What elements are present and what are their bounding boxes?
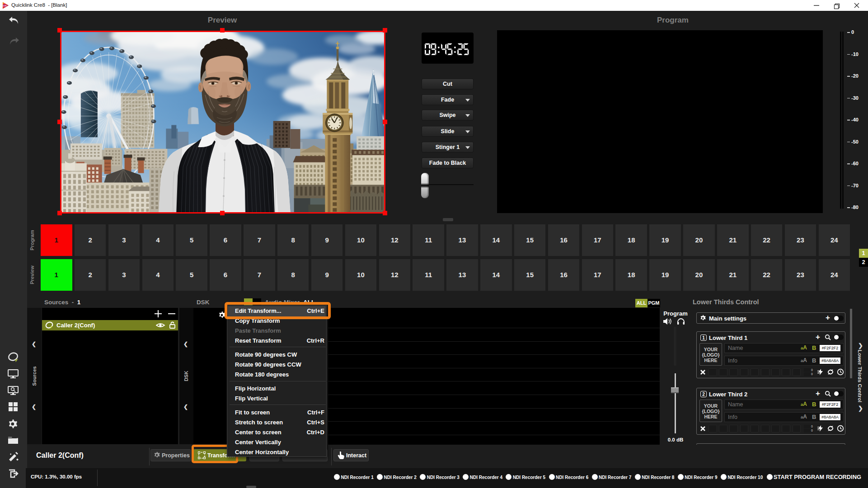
- svg-text:cre8: cre8: [3, 5, 6, 7]
